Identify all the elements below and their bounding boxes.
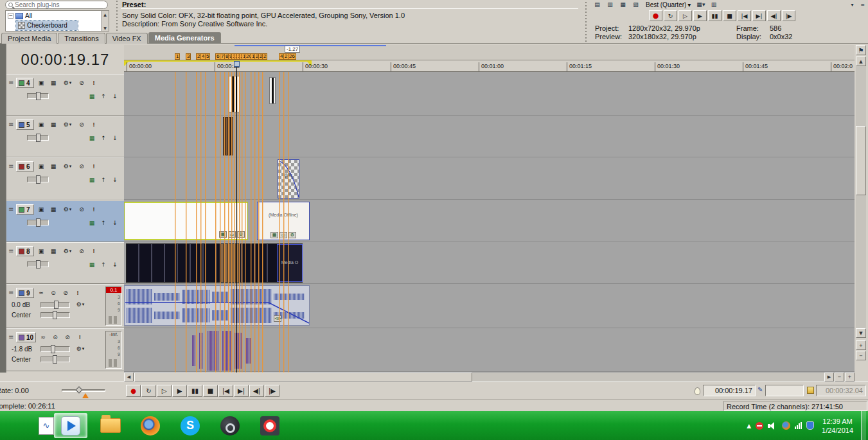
scroll-up-icon[interactable]: ▲ [102,11,109,17]
network-icon[interactable] [795,422,802,429]
audio-event-track9[interactable]: ⊲⊳ [124,285,310,326]
taskbar-app-steam[interactable] [213,413,247,438]
go-to-end-button[interactable]: ▶| [752,10,766,21]
tray-expand-icon[interactable]: ▲ [747,423,751,429]
loop-region-bar[interactable] [235,45,386,46]
solo-icon[interactable]: ! [73,288,83,297]
mute-icon[interactable]: ⊘ [76,78,87,87]
prev-frame-button[interactable]: ◀| [767,10,781,21]
scroll-right-button[interactable]: ▶ [824,373,834,382]
generated-media-icon[interactable]: ▦ [270,232,278,238]
make-compositing-parent-icon[interactable]: ↓ [110,260,120,269]
search-input[interactable] [15,1,105,8]
track-number-button[interactable]: 8 [16,246,34,256]
pan-envelope-icon[interactable]: ⊙ [50,333,60,342]
marker-tab-2[interactable]: 2 [262,53,267,60]
marker-tab-1[interactable]: 1 [175,53,180,60]
mute-icon[interactable]: ⊘ [62,333,73,342]
stop-button[interactable]: ■ [723,10,736,21]
scroll-down-button[interactable]: ▼ [856,328,866,338]
taskbar-app-firefox[interactable] [134,413,167,438]
overlay-grid-icon[interactable]: ▦▾ [696,1,705,9]
video-event-track6-media-offline[interactable]: (Me [278,159,299,198]
make-compositing-parent-icon[interactable]: ↓ [110,92,120,101]
play-from-start-button[interactable]: ▷ [157,385,172,397]
pencil-icon[interactable]: ✎ [757,386,763,393]
track-fx-icon[interactable]: ⚙▾ [60,162,75,171]
solo-icon[interactable]: ! [89,205,99,214]
tray-status-icon[interactable] [756,422,763,430]
next-frame-button[interactable]: |▶ [782,10,795,21]
make-compositing-parent-icon[interactable]: ↓ [110,175,120,184]
make-compositing-parent-icon[interactable]: ↓ [110,218,120,227]
scroll-down-icon[interactable]: ▼ [102,24,109,31]
tree-item-checkerboard[interactable]: Checkerboard [16,21,78,30]
track-fx-icon[interactable]: ⚙▾ [60,205,75,214]
track-number-button[interactable]: 6 [16,161,34,172]
event-gain-icon[interactable]: ⊲⊳ [274,315,281,322]
panel-splitter[interactable] [115,0,119,31]
track-grip-icon[interactable]: ≡ [8,80,14,86]
track-grip-icon[interactable]: ≡ [8,163,14,170]
track-level-slider[interactable] [27,220,49,225]
track-number-button[interactable]: 7 [16,204,34,215]
track-header-10[interactable]: ≡ 10 ≈ ⊙ ⊘ ! -1.8 dB ⚙▾ Center -Inf. 3 6… [6,328,124,371]
track-header-8[interactable]: ≡ 8 ▣ ▦ ⚙▾ ⊘ ! ▦ ↑ ↓ [6,242,124,284]
horizontal-scrollbar[interactable]: ◀ ▶ − + [124,373,855,382]
automation-settings-icon[interactable]: ▦ [87,260,97,269]
status-bulb-icon[interactable] [695,387,700,395]
track-header-9[interactable]: ≡ 9 ≈ ⊙ ⊘ ! 0.0 dB ⚙▾ Center 0.1 3 6 9 [6,284,124,328]
tree-item-all[interactable]: − All [6,11,109,21]
taskbar-clock[interactable]: 12:39 AM 1/24/2014 [822,417,853,435]
panel-splitter[interactable] [584,0,588,42]
volume-envelope-line[interactable] [125,286,310,326]
play-button[interactable]: ▶ [172,385,187,397]
track-header-5[interactable]: ≡ 5 ▣ ▦ ⚙▾ ⊘ ! ▦ ↑ ↓ [6,116,124,157]
pan-envelope-icon[interactable]: ⊙ [48,288,58,297]
track-level-slider[interactable] [27,93,49,99]
track-grip-icon[interactable]: ≡ [8,121,14,128]
taskbar-app-recorder[interactable] [253,413,287,438]
automation-settings-icon[interactable]: ▦ [87,218,97,227]
zoom-in-time-button[interactable]: + [845,373,855,382]
make-compositing-child-icon[interactable]: ↑ [98,218,109,227]
track-fx-icon[interactable]: ⚙▾ [73,344,87,353]
gain-slider[interactable] [40,302,70,308]
pan-slider[interactable] [40,356,70,362]
split-screen-icon[interactable]: ▥ [709,1,718,9]
track-header-7[interactable]: ≡ 7 ▣ ▦ ⚙▾ ⊘ ! ▦ ↑ ↓ [6,200,124,242]
time-selection-bar[interactable] [124,60,312,62]
save-frame-icon[interactable]: ▧ [631,1,641,9]
solo-icon[interactable]: ! [89,162,99,171]
copy-frame-icon[interactable]: ▦ [618,1,628,9]
track-motion-icon[interactable]: ▦ [48,120,58,129]
mute-icon[interactable]: ⊘ [76,247,87,256]
generated-media-icon[interactable]: ▦ [219,231,227,238]
generated-media-event-track7[interactable]: ▦ ▭ ⚙ [124,202,248,240]
tab-project-media[interactable]: Project Media [1,33,57,44]
automation-settings-icon[interactable]: ▦ [87,134,97,143]
compositing-mode-icon[interactable]: ▣ [36,205,46,214]
pan-slider[interactable] [40,312,70,318]
track-motion-icon[interactable]: ▦ [48,78,58,87]
rate-slider-thumb[interactable] [75,386,82,393]
track-fx-icon[interactable]: ⚙▾ [60,247,75,256]
next-frame-button[interactable]: |▶ [265,385,279,397]
automation-settings-icon[interactable]: ▦ [87,175,97,184]
taskbar-app-skype[interactable]: S [173,413,207,438]
track-level-slider[interactable] [27,135,49,141]
track-number-button[interactable]: 10 [16,332,36,342]
rate-slider[interactable] [62,389,105,392]
solo-icon[interactable]: ! [89,78,99,87]
record-button[interactable]: ● [126,385,141,397]
video-event-track4-a[interactable] [229,76,240,112]
make-compositing-parent-icon[interactable]: ↓ [110,134,120,143]
solo-icon[interactable]: ! [75,333,85,342]
track-number-button[interactable]: 5 [16,119,34,130]
zoom-in-track-height-button[interactable]: + [856,340,866,350]
plugin-tree[interactable]: − All Checkerboard ▲ ▼ [5,10,109,31]
marker-flag-icon[interactable]: ⚑ [856,45,866,55]
track-fx-icon[interactable]: ⚙▾ [73,300,87,309]
solo-icon[interactable]: ! [89,120,99,129]
go-to-start-button[interactable]: |◀ [738,10,751,21]
